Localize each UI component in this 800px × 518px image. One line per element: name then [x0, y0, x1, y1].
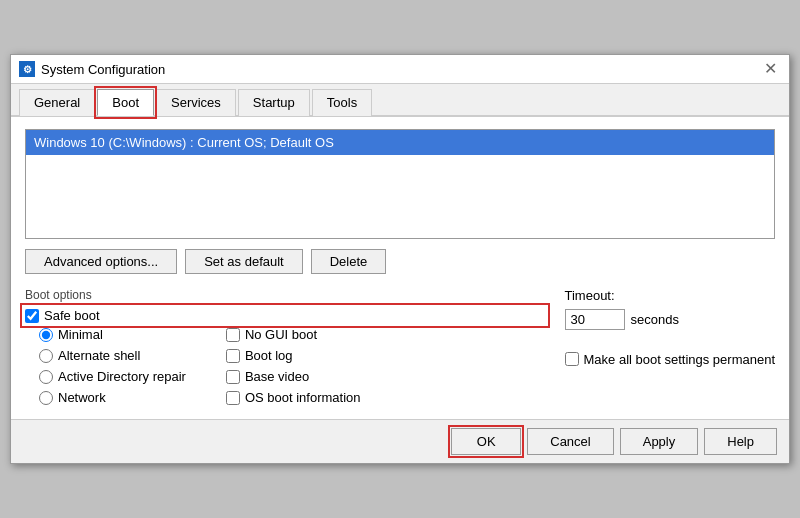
checkbox-options-col: No GUI boot Boot log Base video OS	[226, 327, 361, 405]
set-as-default-button[interactable]: Set as default	[185, 249, 303, 274]
tab-bar: General Boot Services Startup Tools	[11, 84, 789, 116]
radio-minimal-label: Minimal	[58, 327, 103, 342]
os-item[interactable]: Windows 10 (C:\Windows) : Current OS; De…	[26, 130, 774, 155]
radio-active-directory[interactable]	[39, 370, 53, 384]
close-button[interactable]: ✕	[760, 61, 781, 77]
cancel-button[interactable]: Cancel	[527, 428, 613, 455]
tab-content-boot: Windows 10 (C:\Windows) : Current OS; De…	[11, 116, 789, 419]
base-video-label: Base video	[245, 369, 309, 384]
radio-options-col: Minimal Alternate shell Active Directory…	[25, 327, 186, 405]
os-boot-info-checkbox[interactable]	[226, 391, 240, 405]
advanced-options-button[interactable]: Advanced options...	[25, 249, 177, 274]
radio-minimal[interactable]	[39, 328, 53, 342]
os-boot-info-label: OS boot information	[245, 390, 361, 405]
os-action-buttons: Advanced options... Set as default Delet…	[25, 249, 775, 274]
radio-ad-row: Active Directory repair	[39, 369, 186, 384]
radio-alternate-label: Alternate shell	[58, 348, 140, 363]
tab-general[interactable]: General	[19, 89, 95, 116]
apply-button[interactable]: Apply	[620, 428, 699, 455]
radio-alternate-shell[interactable]	[39, 349, 53, 363]
make-permanent-checkbox[interactable]	[565, 352, 579, 366]
boot-log-label: Boot log	[245, 348, 293, 363]
no-gui-boot-row: No GUI boot	[226, 327, 361, 342]
radio-ad-label: Active Directory repair	[58, 369, 186, 384]
os-boot-info-row: OS boot information	[226, 390, 361, 405]
radio-network[interactable]	[39, 391, 53, 405]
options-area: Boot options Safe boot Minimal	[25, 288, 775, 405]
timeout-area: Timeout: seconds Make all boot settings …	[565, 288, 776, 405]
make-permanent-row: Make all boot settings permanent	[565, 352, 776, 369]
tab-tools[interactable]: Tools	[312, 89, 372, 116]
timeout-label: Timeout:	[565, 288, 776, 303]
timeout-input[interactable]	[565, 309, 625, 330]
window-title: System Configuration	[41, 62, 165, 77]
safe-boot-checkbox[interactable]	[25, 309, 39, 323]
ok-button[interactable]: OK	[451, 428, 521, 455]
no-gui-boot-checkbox[interactable]	[226, 328, 240, 342]
footer: OK Cancel Apply Help	[11, 419, 789, 463]
boot-log-checkbox[interactable]	[226, 349, 240, 363]
timeout-seconds-label: seconds	[631, 312, 679, 327]
base-video-checkbox[interactable]	[226, 370, 240, 384]
title-bar: ⚙ System Configuration ✕	[11, 55, 789, 84]
options-columns: Minimal Alternate shell Active Directory…	[25, 327, 545, 405]
window-icon: ⚙	[19, 61, 35, 77]
tab-boot[interactable]: Boot	[97, 89, 154, 116]
radio-network-label: Network	[58, 390, 106, 405]
delete-button[interactable]: Delete	[311, 249, 387, 274]
radio-alternate-row: Alternate shell	[39, 348, 186, 363]
boot-options: Boot options Safe boot Minimal	[25, 288, 545, 405]
radio-minimal-row: Minimal	[39, 327, 186, 342]
no-gui-boot-label: No GUI boot	[245, 327, 317, 342]
tab-startup[interactable]: Startup	[238, 89, 310, 116]
safe-boot-label: Safe boot	[44, 308, 100, 323]
boot-log-row: Boot log	[226, 348, 361, 363]
tab-services[interactable]: Services	[156, 89, 236, 116]
make-permanent-label: Make all boot settings permanent	[584, 352, 776, 369]
base-video-row: Base video	[226, 369, 361, 384]
boot-options-label: Boot options	[25, 288, 545, 302]
title-bar-left: ⚙ System Configuration	[19, 61, 165, 77]
os-list: Windows 10 (C:\Windows) : Current OS; De…	[25, 129, 775, 239]
timeout-row: seconds	[565, 309, 776, 330]
safe-boot-row: Safe boot	[25, 308, 545, 323]
radio-network-row: Network	[39, 390, 186, 405]
help-button[interactable]: Help	[704, 428, 777, 455]
system-configuration-window: ⚙ System Configuration ✕ General Boot Se…	[10, 54, 790, 464]
